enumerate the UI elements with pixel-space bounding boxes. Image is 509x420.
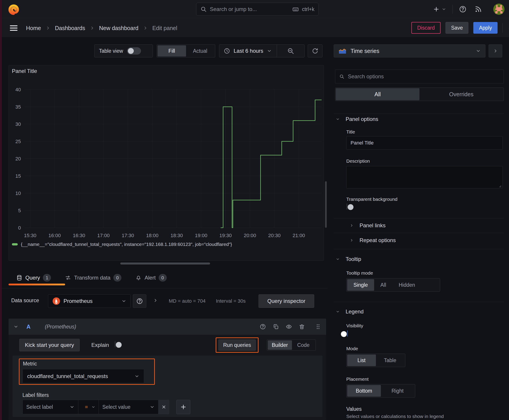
table-view-control: Table view xyxy=(94,45,153,57)
tab-all[interactable]: All xyxy=(336,88,419,100)
topnav-right-actions xyxy=(433,0,482,18)
metric-select[interactable]: cloudflared_tunnel_total_requests xyxy=(23,369,144,383)
transparent-bg-toggle[interactable] xyxy=(347,203,347,210)
run-queries-button[interactable]: Run queries xyxy=(218,339,256,351)
grafana-logo-icon[interactable] xyxy=(8,3,19,17)
legend-right-option[interactable]: Right xyxy=(381,385,415,397)
breadcrumb-separator-icon xyxy=(90,26,95,30)
tooltip-all-option[interactable]: All xyxy=(374,279,393,291)
metric-chevron-down-icon xyxy=(134,374,139,379)
legend-title: Legend xyxy=(346,308,364,315)
options-search[interactable]: Search options xyxy=(335,69,504,83)
legend-table-option[interactable]: Table xyxy=(376,354,405,366)
breadcrumb-edit-panel: Edit panel xyxy=(152,25,177,31)
apply-button[interactable]: Apply xyxy=(473,22,498,34)
explain-toggle[interactable] xyxy=(115,341,115,347)
description-textarea[interactable] xyxy=(346,166,503,188)
tab-query[interactable]: Query 1 xyxy=(16,274,51,282)
visualization-picker[interactable]: Time series xyxy=(334,45,486,57)
collapse-options-pane-button[interactable] xyxy=(489,45,502,57)
tooltip-single-option[interactable]: Single xyxy=(347,279,374,291)
drag-grip-icon[interactable] xyxy=(315,323,321,330)
section-chevron-down-icon xyxy=(336,117,340,121)
panel-title-input[interactable] xyxy=(346,136,503,150)
time-control-divider xyxy=(277,45,277,57)
resize-grip-icon[interactable] xyxy=(497,183,501,188)
svg-text:0: 0 xyxy=(18,225,21,231)
legend-list-option[interactable]: List xyxy=(347,354,376,366)
svg-text:20: 20 xyxy=(15,156,21,162)
menu-hamburger-icon[interactable] xyxy=(10,24,17,32)
tab-overrides[interactable]: Overrides xyxy=(419,88,503,100)
table-view-toggle[interactable] xyxy=(127,47,141,54)
query-row-actions xyxy=(260,323,321,330)
svg-text:40: 40 xyxy=(15,87,21,92)
news-rss-icon[interactable] xyxy=(475,6,482,13)
collapse-chevron-up-icon[interactable] xyxy=(508,25,509,31)
fill-option[interactable]: Fill xyxy=(158,45,186,57)
tab-transform-count: 0 xyxy=(113,274,122,282)
time-range-label[interactable]: Last 6 hours xyxy=(234,48,263,54)
tooltip-hidden-option[interactable]: Hidden xyxy=(393,279,421,291)
operator-dropdown[interactable]: = xyxy=(78,400,99,414)
save-button[interactable]: Save xyxy=(446,22,468,34)
breadcrumb-separator-icon xyxy=(143,26,148,30)
tab-alert[interactable]: Alert 0 xyxy=(135,274,167,282)
add-icon[interactable] xyxy=(433,6,440,12)
global-search-box[interactable]: Search or jump to... ctrl+k xyxy=(196,3,319,16)
query-collapse-chevron-down-icon[interactable] xyxy=(14,324,18,329)
select-value-dropdown[interactable]: Select value xyxy=(99,400,159,414)
refresh-button[interactable] xyxy=(308,45,322,57)
toggle-visibility-eye-icon[interactable] xyxy=(286,323,292,330)
datasource-picker[interactable]: Prometheus xyxy=(48,294,131,308)
tab-transform-label: Transform data xyxy=(74,275,110,281)
select-label-dropdown[interactable]: Select label xyxy=(23,400,78,414)
datasource-help-button[interactable] xyxy=(133,294,146,308)
panel-links-header[interactable]: Panel links xyxy=(350,220,386,231)
keyboard-icon xyxy=(292,6,299,12)
chart-legend[interactable]: {__name__="cloudflared_tunnel_total_requ… xyxy=(12,242,232,247)
actions-divider xyxy=(502,23,503,33)
time-range-chevron-down-icon[interactable] xyxy=(267,48,272,53)
svg-text:30: 30 xyxy=(15,121,21,127)
operator-chevron-down-icon xyxy=(91,405,95,409)
database-icon xyxy=(16,275,23,281)
delete-query-trash-icon[interactable] xyxy=(299,323,305,330)
query-help-icon[interactable] xyxy=(260,323,266,330)
discard-button[interactable]: Discard xyxy=(411,22,441,34)
select-label-chevron-down-icon xyxy=(69,405,75,409)
builder-option[interactable]: Builder xyxy=(268,340,292,350)
tab-transform-data[interactable]: Transform data 0 xyxy=(65,274,122,282)
add-filter-button[interactable] xyxy=(176,400,190,414)
breadcrumb-dashboards[interactable]: Dashboards xyxy=(55,25,85,31)
options-search-placeholder: Search options xyxy=(348,73,384,80)
kick-start-query-button[interactable]: Kick start your query xyxy=(19,339,80,351)
help-icon[interactable] xyxy=(459,5,467,13)
left-pane-scrollbar[interactable] xyxy=(325,181,327,228)
query-inspector-button[interactable]: Query inspector xyxy=(258,294,314,308)
panel-options-header[interactable]: Panel options xyxy=(336,112,378,126)
search-placeholder: Search or jump to... xyxy=(210,6,289,12)
section-chevron-right-icon xyxy=(350,224,354,227)
add-chevron-down-icon[interactable] xyxy=(442,7,446,11)
query-row-header[interactable]: A (Prometheus) xyxy=(8,319,326,335)
panel-resize-handle[interactable] xyxy=(120,262,210,264)
query-refid[interactable]: A xyxy=(26,323,30,330)
duplicate-query-icon[interactable] xyxy=(273,323,279,330)
breadcrumb-home[interactable]: Home xyxy=(26,25,41,31)
legend-visibility-toggle[interactable] xyxy=(347,330,348,337)
legend-header[interactable]: Legend xyxy=(336,307,364,317)
zoom-out-icon[interactable] xyxy=(287,47,294,54)
actual-option[interactable]: Actual xyxy=(186,45,214,57)
breadcrumb-new-dashboard[interactable]: New dashboard xyxy=(99,25,138,31)
legend-bottom-option[interactable]: Bottom xyxy=(347,385,381,397)
tooltip-header[interactable]: Tooltip xyxy=(336,254,361,264)
user-avatar[interactable] xyxy=(493,4,504,15)
query-options-chevron-right-icon[interactable] xyxy=(153,298,158,303)
options-divider xyxy=(334,249,504,249)
code-option[interactable]: Code xyxy=(292,340,315,350)
remove-filter-button[interactable] xyxy=(159,400,169,414)
repeat-options-header[interactable]: Repeat options xyxy=(350,235,396,246)
query-options-summary[interactable]: MD = auto = 704 Interval = 30s xyxy=(169,294,246,308)
tab-query-label: Query xyxy=(25,275,40,281)
